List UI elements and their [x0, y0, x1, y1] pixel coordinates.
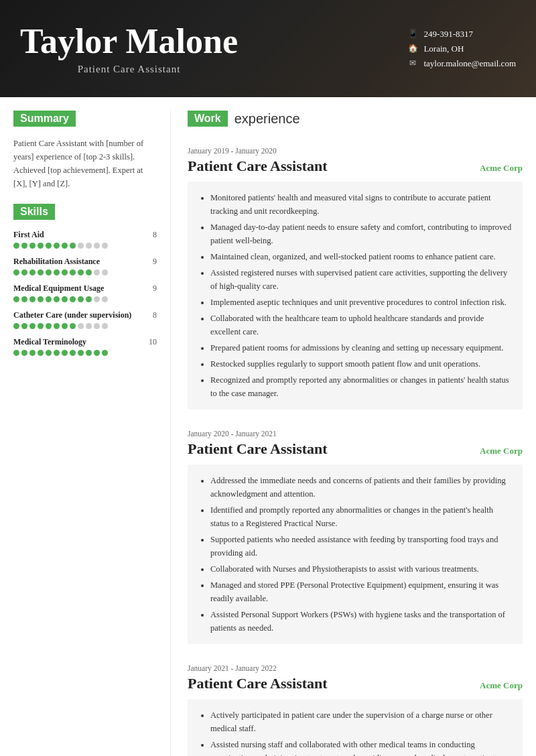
left-column: Summary Patient Care Assistant with [num… — [0, 111, 171, 756]
job-block: January 2020 - January 2021Patient Care … — [188, 430, 523, 644]
skills-label: Skills — [13, 204, 55, 220]
dot-filled — [62, 296, 68, 302]
right-column: Work experience January 2019 - January 2… — [171, 111, 536, 756]
header-contact: 📱 249-391-8317 🏠 Lorain, OH ✉ taylor.mal… — [407, 29, 516, 69]
dot-empty — [86, 243, 92, 249]
job-title: Patient Care Assistant — [188, 440, 328, 458]
summary-label: Summary — [13, 111, 76, 127]
job-title: Patient Care Assistant — [188, 158, 328, 175]
dot-filled — [70, 323, 76, 329]
dot-filled — [21, 323, 27, 329]
dot-filled — [13, 296, 19, 302]
skill-name: First Aid — [13, 230, 44, 240]
dot-filled — [38, 323, 44, 329]
dot-filled — [29, 296, 36, 302]
dot-empty — [102, 269, 108, 275]
dot-filled — [62, 269, 68, 275]
dot-filled — [21, 269, 27, 275]
dot-filled — [62, 350, 68, 356]
skill-name: Medical Equipment Usage — [13, 284, 104, 294]
dot-filled — [54, 243, 60, 249]
skills-list: First Aid8Rehabilitation Assistance9Medi… — [13, 230, 157, 356]
dot-filled — [21, 350, 27, 356]
contact-location: 🏠 Lorain, OH — [407, 44, 516, 54]
skills-section: Skills First Aid8Rehabilitation Assistan… — [13, 204, 157, 356]
dot-filled — [70, 296, 76, 302]
dot-filled — [38, 243, 44, 249]
header: Taylor Malone Patient Care Assistant 📱 2… — [0, 0, 536, 97]
dot-filled — [94, 350, 100, 356]
job-bullets-container: Addressed the immediate needs and concer… — [188, 464, 523, 644]
header-left: Taylor Malone Patient Care Assistant — [20, 22, 238, 74]
skill-score: 10 — [149, 337, 157, 347]
jobs-list: January 2019 - January 2020Patient Care … — [188, 147, 523, 756]
main-content: Summary Patient Care Assistant with [num… — [0, 97, 536, 756]
dot-filled — [13, 350, 19, 356]
dot-filled — [70, 269, 76, 275]
job-bullet: Identified and promptly reported any abn… — [210, 503, 512, 530]
skill-score: 8 — [153, 230, 157, 240]
dot-filled — [21, 296, 27, 302]
job-bullets-list: Addressed the immediate needs and concer… — [198, 474, 512, 635]
skill-dots — [13, 269, 157, 275]
skill-item: First Aid8 — [13, 230, 157, 249]
skill-name: Catheter Care (under supervision) — [13, 310, 131, 320]
job-bullet: Addressed the immediate needs and concer… — [210, 474, 512, 501]
dot-filled — [70, 243, 76, 249]
job-company: Acme Corp — [480, 163, 523, 174]
dot-filled — [54, 269, 60, 275]
dot-filled — [29, 243, 36, 249]
dot-filled — [29, 323, 36, 329]
job-date: January 2021 - January 2022 — [188, 664, 523, 672]
job-bullet: Maintained clean, organized, and well-st… — [210, 250, 512, 263]
dot-filled — [13, 323, 19, 329]
location-icon: 🏠 — [407, 44, 418, 54]
dot-filled — [62, 243, 68, 249]
dot-empty — [78, 243, 84, 249]
dot-filled — [54, 296, 60, 302]
dot-empty — [102, 296, 108, 302]
skill-score: 8 — [153, 310, 157, 320]
job-bullet: Assisted Personal Support Workers (PSWs)… — [210, 608, 512, 635]
dot-empty — [102, 243, 108, 249]
location-text: Lorain, OH — [423, 44, 464, 54]
skill-dots — [13, 323, 157, 329]
skill-item: Medical Equipment Usage9 — [13, 284, 157, 302]
dot-filled — [86, 296, 92, 302]
dot-filled — [78, 296, 84, 302]
dot-filled — [46, 323, 52, 329]
job-block: January 2019 - January 2020Patient Care … — [188, 147, 523, 410]
contact-email: ✉ taylor.malone@email.com — [407, 58, 516, 69]
dot-empty — [94, 243, 100, 249]
job-bullet: Monitored patients' health and measured … — [210, 191, 512, 218]
header-content: Taylor Malone Patient Care Assistant 📱 2… — [20, 22, 516, 74]
dot-empty — [102, 323, 108, 329]
job-date: January 2019 - January 2020 — [188, 147, 523, 155]
dot-empty — [86, 323, 92, 329]
email-text: taylor.malone@email.com — [423, 58, 516, 69]
dot-filled — [86, 350, 92, 356]
dot-filled — [78, 269, 84, 275]
skill-item: Medical Terminology10 — [13, 337, 157, 356]
dot-filled — [38, 296, 44, 302]
dot-filled — [38, 269, 44, 275]
skill-score: 9 — [153, 257, 157, 267]
job-header: Patient Care AssistantAcme Corp — [188, 158, 523, 175]
job-bullet: Restocked supplies regularly to support … — [210, 357, 512, 371]
skill-dots — [13, 243, 157, 249]
skill-score: 9 — [153, 284, 157, 294]
phone-icon: 📱 — [407, 29, 418, 40]
dot-empty — [94, 269, 100, 275]
job-bullet: Managed day-to-day patient needs to ensu… — [210, 220, 512, 247]
job-block: January 2021 - January 2022Patient Care … — [188, 664, 523, 756]
phone-number: 249-391-8317 — [423, 29, 473, 40]
job-bullet: Assisted registered nurses with supervis… — [210, 266, 512, 293]
skill-name: Rehabilitation Assistance — [13, 257, 100, 267]
job-bullets-list: Actively participated in patient care un… — [198, 708, 512, 756]
work-experience-header: Work experience — [188, 111, 523, 137]
skill-dots — [13, 350, 157, 356]
job-bullet: Assisted nursing staff and collaborated … — [210, 738, 512, 756]
dot-empty — [94, 296, 100, 302]
summary-section: Summary Patient Care Assistant with [num… — [13, 111, 157, 190]
dot-filled — [46, 296, 52, 302]
